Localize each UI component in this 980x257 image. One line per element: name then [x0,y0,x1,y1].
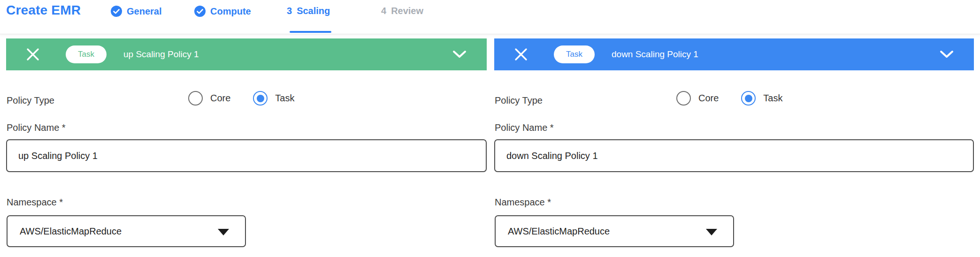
radio-task-label: Task [763,93,782,104]
scale-down-panel-header[interactable]: Task down Scaling Policy 1 [494,38,974,70]
panel-title: up Scaling Policy 1 [123,49,199,60]
close-icon[interactable] [26,48,39,61]
chevron-down-icon[interactable] [452,49,467,60]
step-label: General [127,6,161,17]
radio-core-label: Core [698,93,719,104]
step-label: Review [391,6,423,16]
policy-type-badge: Task [66,45,107,63]
radio-task-selected[interactable] [741,91,756,106]
page-title: Create EMR [6,3,81,18]
radio-option-task[interactable]: Task [253,91,294,106]
policy-type-label: Policy Type [7,95,54,106]
caret-down-icon [218,229,229,235]
step-number: 3 [287,6,292,16]
radio-core-unselected[interactable] [188,91,203,106]
step-compute[interactable]: Compute [194,6,251,17]
check-circle-icon [194,6,206,17]
namespace-selected-value: AWS/ElasticMapReduce [508,226,610,237]
radio-option-task[interactable]: Task [741,91,782,106]
policy-name-input[interactable] [494,139,974,172]
step-general[interactable]: General [111,6,161,17]
scale-up-policy-panel: Task up Scaling Policy 1 Policy Type Cor… [6,38,487,70]
panel-title: down Scaling Policy 1 [612,49,698,60]
wizard-header: Create EMR General Compute 3 Scaling 4 R… [0,0,980,34]
step-review[interactable]: 4 Review [381,6,423,16]
namespace-selected-value: AWS/ElasticMapReduce [20,226,122,237]
caret-down-icon [706,229,717,235]
step-label: Scaling [297,6,330,16]
scale-down-policy-panel: Task down Scaling Policy 1 Policy Type C… [494,38,974,70]
active-step-underline [290,31,331,33]
policy-name-input[interactable] [6,139,487,172]
namespace-label: Namespace * [7,197,63,208]
radio-task-label: Task [275,93,294,104]
check-circle-icon [111,6,122,17]
policy-type-badge: Task [554,45,595,63]
radio-core-unselected[interactable] [676,91,691,106]
radio-option-core[interactable]: Core [676,91,719,106]
close-icon[interactable] [514,48,528,61]
policy-name-label: Policy Name * [7,122,66,133]
policy-type-radio-group: Core Task [676,91,782,106]
radio-core-label: Core [210,93,230,104]
step-label: Compute [210,6,251,17]
step-number: 4 [381,6,386,16]
policy-name-label: Policy Name * [495,122,554,133]
radio-task-selected[interactable] [253,91,268,106]
policy-type-radio-group: Core Task [188,91,294,106]
chevron-down-icon[interactable] [939,49,954,60]
policy-type-label: Policy Type [495,95,543,106]
namespace-label: Namespace * [495,197,551,208]
namespace-select[interactable]: AWS/ElasticMapReduce [495,215,734,247]
step-scaling-active[interactable]: 3 Scaling [287,6,330,16]
namespace-select[interactable]: AWS/ElasticMapReduce [7,215,246,247]
radio-option-core[interactable]: Core [188,91,230,106]
scale-up-panel-header[interactable]: Task up Scaling Policy 1 [6,38,487,70]
